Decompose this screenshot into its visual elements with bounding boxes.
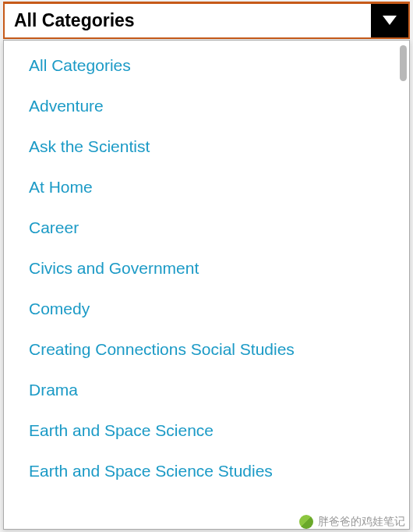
dropdown-item[interactable]: Drama [4, 370, 397, 410]
dropdown-selected-value: All Categories [5, 4, 371, 37]
category-dropdown: All Categories [3, 2, 410, 39]
dropdown-panel: All Categories Adventure Ask the Scienti… [3, 40, 410, 530]
dropdown-item[interactable]: Creating Connections Social Studies [4, 329, 397, 370]
dropdown-item[interactable]: Adventure [4, 86, 397, 126]
dropdown-item[interactable]: All Categories [4, 45, 397, 86]
dropdown-item[interactable]: Earth and Space Science Studies [4, 451, 397, 491]
svg-marker-0 [383, 16, 397, 25]
wechat-icon [299, 515, 313, 529]
dropdown-header[interactable]: All Categories [3, 2, 410, 39]
dropdown-item[interactable]: Civics and Government [4, 248, 397, 289]
dropdown-item[interactable]: At Home [4, 167, 397, 207]
watermark: 胖爸爸的鸡娃笔记 [299, 515, 405, 529]
dropdown-item[interactable]: Comedy [4, 289, 397, 329]
dropdown-toggle-button[interactable] [371, 4, 408, 37]
triangle-down-icon [383, 14, 397, 28]
dropdown-item[interactable]: Earth and Space Science [4, 410, 397, 451]
scrollbar-track[interactable] [397, 41, 409, 529]
dropdown-item[interactable]: Career [4, 207, 397, 248]
watermark-text: 胖爸爸的鸡娃笔记 [318, 515, 405, 529]
dropdown-list[interactable]: All Categories Adventure Ask the Scienti… [4, 41, 397, 529]
dropdown-item[interactable]: Ask the Scientist [4, 126, 397, 167]
scrollbar-thumb[interactable] [400, 45, 407, 81]
